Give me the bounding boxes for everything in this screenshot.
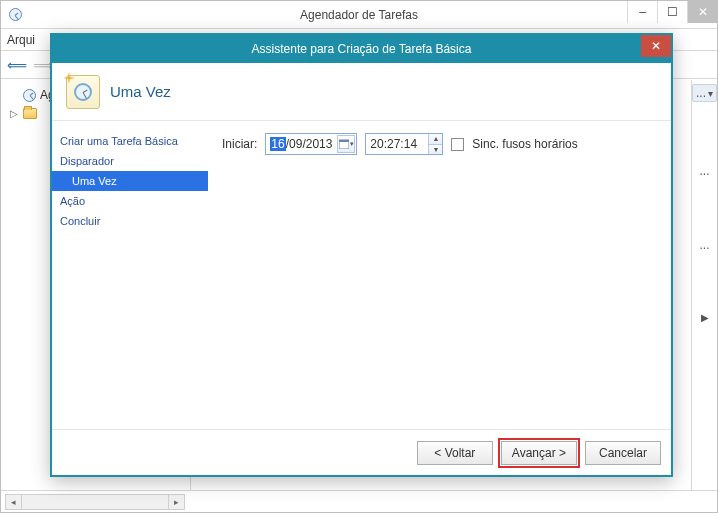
wizard-header: Uma Vez bbox=[52, 63, 671, 121]
parent-titlebar[interactable]: Agendador de Tarefas – ☐ ✕ bbox=[1, 1, 717, 29]
window-controls: – ☐ ✕ bbox=[627, 1, 717, 23]
svg-marker-0 bbox=[63, 72, 75, 84]
horizontal-scrollbar[interactable]: ◂ ▸ bbox=[5, 494, 185, 510]
basic-task-wizard-dialog: Assistente para Criação de Tarefa Básica… bbox=[50, 33, 673, 477]
sync-timezones-label: Sinc. fusos horários bbox=[472, 137, 577, 151]
maximize-button[interactable]: ☐ bbox=[657, 1, 687, 23]
close-button[interactable]: ✕ bbox=[687, 1, 717, 23]
wizard-steps: Criar uma Tarefa Básica Disparador Uma V… bbox=[52, 121, 208, 429]
wizard-main: Iniciar: 16/09/2013 ▾ 20:27:14 ▲ ▼ bbox=[208, 121, 671, 429]
step-trigger[interactable]: Disparador bbox=[52, 151, 208, 171]
cancel-button[interactable]: Cancelar bbox=[585, 441, 661, 465]
parent-title: Agendador de Tarefas bbox=[1, 8, 717, 22]
actions-header-ellipsis: ... bbox=[696, 86, 706, 100]
minimize-button[interactable]: – bbox=[627, 1, 657, 23]
date-rest: /09/2013 bbox=[286, 137, 333, 151]
actions-dropdown-icon[interactable]: ▾ bbox=[708, 88, 713, 99]
actions-caret-icon[interactable]: ▶ bbox=[701, 312, 709, 323]
app-icon bbox=[1, 8, 29, 21]
time-spinner: ▲ ▼ bbox=[428, 134, 442, 154]
wizard-footer: < Voltar Avançar > Cancelar bbox=[52, 429, 671, 475]
parent-statusbar: ◂ ▸ bbox=[1, 490, 717, 512]
step-finish[interactable]: Concluir bbox=[52, 211, 208, 231]
next-button[interactable]: Avançar > bbox=[501, 441, 577, 465]
menu-file[interactable]: Arqui bbox=[7, 33, 35, 47]
dialog-title: Assistente para Criação de Tarefa Básica bbox=[52, 42, 671, 56]
dialog-titlebar[interactable]: Assistente para Criação de Tarefa Básica… bbox=[52, 35, 671, 63]
chevron-down-icon: ▾ bbox=[350, 140, 354, 148]
actions-pane: ... ▾ ... ... ▶ bbox=[691, 80, 717, 490]
tree-expander[interactable]: ▷ bbox=[9, 108, 19, 119]
nav-back-button[interactable]: ⟸ bbox=[5, 54, 29, 76]
date-picker-button[interactable]: ▾ bbox=[337, 135, 355, 153]
wizard-icon bbox=[66, 75, 100, 109]
sparkle-icon bbox=[63, 72, 75, 84]
back-button[interactable]: < Voltar bbox=[417, 441, 493, 465]
step-action[interactable]: Ação bbox=[52, 191, 208, 211]
start-row: Iniciar: 16/09/2013 ▾ 20:27:14 ▲ ▼ bbox=[222, 133, 657, 155]
sync-timezones-checkbox[interactable] bbox=[451, 138, 464, 151]
wizard-body: Criar uma Tarefa Básica Disparador Uma V… bbox=[52, 121, 671, 429]
svg-rect-2 bbox=[339, 140, 349, 142]
date-day-selected: 16 bbox=[270, 137, 285, 151]
scroll-right-button[interactable]: ▸ bbox=[168, 495, 184, 509]
folder-icon bbox=[23, 108, 37, 119]
step-create-basic-task[interactable]: Criar uma Tarefa Básica bbox=[52, 131, 208, 151]
start-date-input[interactable]: 16/09/2013 ▾ bbox=[265, 133, 357, 155]
actions-item-2[interactable]: ... bbox=[699, 238, 709, 252]
start-time-input[interactable]: 20:27:14 ▲ ▼ bbox=[365, 133, 443, 155]
calendar-icon bbox=[339, 139, 349, 149]
start-label: Iniciar: bbox=[222, 137, 257, 151]
clock-icon bbox=[74, 83, 92, 101]
actions-item-1[interactable]: ... bbox=[699, 164, 709, 178]
arrow-back-icon: ⟸ bbox=[7, 57, 27, 73]
scroll-left-button[interactable]: ◂ bbox=[6, 495, 22, 509]
time-spin-up[interactable]: ▲ bbox=[428, 134, 442, 145]
actions-header: ... ▾ bbox=[692, 84, 717, 102]
time-spin-down[interactable]: ▼ bbox=[428, 145, 442, 155]
clock-icon bbox=[23, 89, 36, 102]
step-one-time[interactable]: Uma Vez bbox=[52, 171, 208, 191]
dialog-close-button[interactable]: ✕ bbox=[641, 35, 671, 57]
time-value: 20:27:14 bbox=[370, 137, 417, 151]
wizard-page-heading: Uma Vez bbox=[110, 83, 171, 100]
